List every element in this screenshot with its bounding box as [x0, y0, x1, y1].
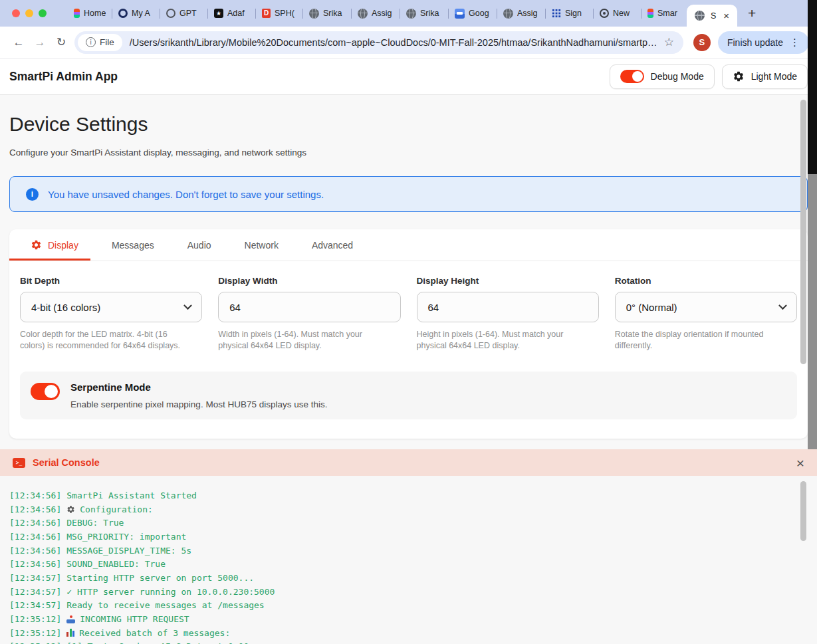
- file-scheme-chip[interactable]: i File: [78, 34, 122, 51]
- console-line: [12:34:56]DEBUG: True: [9, 516, 817, 530]
- tab-audio[interactable]: Audio: [186, 229, 213, 261]
- star-black-icon: ★: [214, 9, 223, 18]
- field-value: 64: [229, 302, 241, 313]
- info-icon[interactable]: i: [86, 37, 96, 47]
- browser-tab-label: S: [711, 11, 717, 21]
- main-content: Device Settings Configure your SmartPi A…: [0, 95, 817, 449]
- finish-update-label: Finish update: [727, 37, 783, 48]
- rotation-select[interactable]: 0° (Normal): [615, 292, 797, 322]
- serpentine-mode-description: Enable serpentine pixel mapping. Most HU…: [70, 399, 327, 409]
- serial-console-log[interactable]: [12:34:56]SmartPi Assistant Started[12:3…: [0, 476, 817, 644]
- gear-icon: [31, 239, 42, 251]
- tab-network[interactable]: Network: [243, 229, 280, 261]
- globe-icon: [358, 9, 368, 19]
- log-text: SOUND_ENABLED: True: [66, 559, 166, 569]
- minimize-window-button[interactable]: [25, 9, 33, 17]
- bookmark-star-icon[interactable]: ☆: [664, 35, 674, 49]
- url-text[interactable]: /Users/srikanth/Library/Mobile%20Documen…: [130, 37, 657, 48]
- browser-tab-strip: HomeMy AGPT★AdafDSPH(SrikaAssigSrikaGoog…: [0, 0, 817, 27]
- log-text: Configuration:: [80, 504, 153, 514]
- display-height-input[interactable]: 64: [417, 292, 599, 322]
- serial-console-title: Serial Console: [33, 457, 100, 468]
- browser-tab-label: Srika: [323, 9, 345, 18]
- browser-tab[interactable]: Goog: [449, 0, 497, 27]
- browser-tab[interactable]: Home: [68, 0, 112, 27]
- browser-tab[interactable]: Sign: [546, 0, 593, 27]
- file-chip-label: File: [100, 37, 114, 47]
- tab-display[interactable]: Display: [29, 229, 80, 261]
- globe-icon: [406, 9, 416, 19]
- serial-console-panel: Serial Console × [12:34:56]SmartPi Assis…: [0, 449, 817, 644]
- browser-tab[interactable]: ★Adaf: [208, 0, 255, 27]
- serpentine-mode-toggle[interactable]: [31, 383, 60, 400]
- debug-mode-button[interactable]: Debug Mode: [610, 64, 715, 89]
- banner-text: You have unsaved changes. Don't forget t…: [48, 189, 324, 200]
- app-header: SmartPi Admin App Debug Mode Light Mode: [0, 58, 817, 95]
- field-help-text: Width in pixels (1-64). Must match your …: [218, 329, 400, 352]
- light-mode-button[interactable]: Light Mode: [722, 64, 808, 89]
- openai-icon: [166, 9, 175, 18]
- browser-tab-label: Adaf: [227, 9, 249, 18]
- log-text: Ready to receive messages at /messages: [66, 600, 264, 610]
- finish-update-button[interactable]: Finish update ⋮: [718, 31, 809, 54]
- field-label: Display Height: [417, 276, 599, 286]
- browser-tab-label: My A: [132, 9, 154, 18]
- browser-tab[interactable]: Srika: [400, 0, 448, 27]
- browser-tab[interactable]: My A: [112, 0, 160, 27]
- settings-tab-bar: DisplayMessagesAudioNetworkAdvanced: [9, 229, 808, 261]
- reload-icon[interactable]: ↻: [51, 35, 72, 49]
- browser-tab[interactable]: Assig: [352, 0, 400, 27]
- tab-label: Audio: [187, 240, 211, 251]
- address-bar[interactable]: i File /Users/srikanth/Library/Mobile%20…: [74, 31, 683, 54]
- profile-avatar[interactable]: S: [693, 34, 711, 51]
- browser-tab[interactable]: New: [594, 0, 641, 27]
- browser-tab[interactable]: Srika: [303, 0, 351, 27]
- chevron-down-icon: [183, 301, 192, 310]
- browser-tab-label: SPH(: [275, 9, 296, 18]
- tab-label: Network: [245, 240, 279, 251]
- browser-tab[interactable]: DSPH(: [256, 0, 302, 27]
- browser-tab-label: Smar: [657, 9, 679, 18]
- log-timestamp: [12:34:56]: [9, 518, 61, 528]
- new-tab-button[interactable]: +: [748, 5, 756, 21]
- close-tab-icon[interactable]: ×: [723, 11, 729, 21]
- field-value: 64: [428, 302, 439, 313]
- field-value: 0° (Normal): [626, 302, 677, 313]
- browser-menu-icon[interactable]: ⋮: [790, 37, 800, 49]
- close-window-button[interactable]: [12, 9, 20, 17]
- app-header-actions: Debug Mode Light Mode: [610, 64, 808, 89]
- bit-depth-select[interactable]: 4-bit (16 colors): [20, 292, 202, 322]
- red-d-icon: D: [262, 9, 271, 18]
- app-title: SmartPi Admin App: [9, 70, 118, 84]
- close-console-icon[interactable]: ×: [796, 456, 804, 470]
- browser-tab[interactable]: Smar: [642, 0, 685, 27]
- log-timestamp: [12:34:57]: [9, 573, 61, 583]
- console-scrollbar[interactable]: [800, 481, 806, 541]
- log-timestamp: [12:34:56]: [9, 490, 61, 500]
- display-width-input[interactable]: 64: [218, 292, 400, 322]
- tab-advanced[interactable]: Advanced: [310, 229, 354, 261]
- info-icon: i: [26, 188, 39, 201]
- forward-icon[interactable]: →: [29, 36, 51, 49]
- browser-tab[interactable]: Assig: [497, 0, 545, 27]
- globe-icon: [695, 11, 705, 21]
- browser-tab[interactable]: GPT: [160, 0, 207, 27]
- tab-messages[interactable]: Messages: [110, 229, 156, 261]
- log-timestamp: [12:34:56]: [9, 546, 61, 556]
- log-timestamp: [12:35:12]: [9, 641, 61, 644]
- debug-mode-toggle[interactable]: [620, 70, 644, 83]
- serpentine-mode-label: Serpentine Mode: [70, 381, 327, 393]
- light-mode-label: Light Mode: [751, 71, 797, 82]
- page-scrollbar[interactable]: [800, 100, 806, 364]
- zoom-window-button[interactable]: [39, 9, 47, 17]
- browser-tab-active[interactable]: S ×: [687, 5, 737, 27]
- browser-tab-label: Home: [84, 9, 106, 18]
- field-help-text: Rotate the display orientation if mounte…: [615, 329, 797, 352]
- console-line: [12:34:56]SOUND_ENABLED: True: [9, 557, 817, 571]
- field-label: Display Width: [218, 276, 400, 286]
- console-line: [12:34:57]✓ HTTP server running on 10.0.…: [9, 585, 817, 599]
- serpentine-mode-section: Serpentine Mode Enable serpentine pixel …: [20, 372, 797, 419]
- log-timestamp: [12:34:56]: [9, 504, 61, 514]
- google-news-icon: [455, 9, 465, 19]
- back-icon[interactable]: ←: [8, 36, 29, 49]
